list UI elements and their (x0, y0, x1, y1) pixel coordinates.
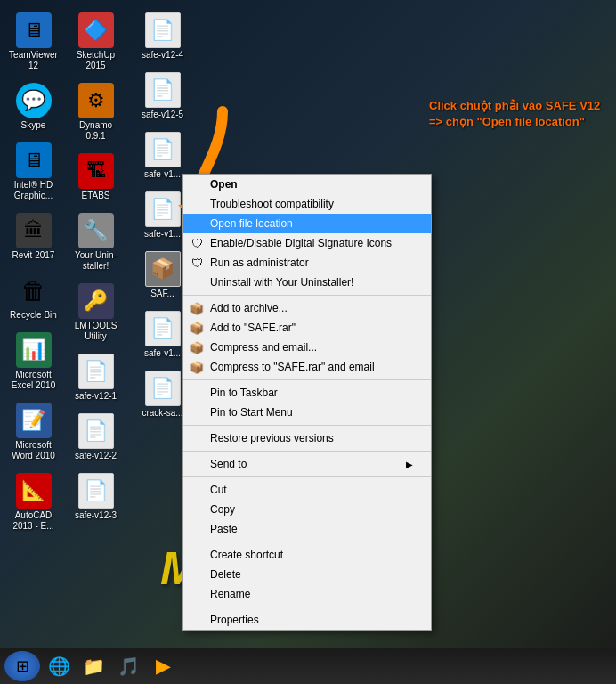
folder-icon: 📁 (83, 656, 105, 677)
separator-7 (183, 607, 431, 607)
safe-v12-3-label: safe-v12-3 (75, 510, 117, 521)
icon-safe-v12-4[interactable]: 📄 safe-v12-4 (134, 9, 191, 64)
menu-item-properties[interactable]: Properties (183, 610, 431, 630)
archive-icon-3: 📦 (189, 339, 205, 355)
safe-saf-icon: 📦 (145, 251, 181, 287)
menu-item-copy[interactable]: Copy (183, 500, 431, 519)
media-icon: 🎵 (118, 656, 140, 677)
menu-item-restore-versions[interactable]: Restore previous versions (183, 428, 431, 448)
taskbar-chrome[interactable]: 🌐 (43, 651, 75, 681)
teamviewer-label: TeamViewer 12 (8, 50, 59, 71)
separator-6 (183, 542, 431, 542)
icon-teamviewer[interactable]: 🖥 TeamViewer 12 (4, 9, 62, 75)
menu-item-open-file-location[interactable]: Open file location (183, 214, 431, 233)
safe-v12-2-label: safe-v12-2 (75, 451, 117, 461)
menu-item-cut[interactable]: Cut (183, 480, 431, 500)
context-menu: Open Troubleshoot compatibility Open fil… (182, 174, 432, 631)
menu-item-add-safe-rar[interactable]: 📦 Add to "SAFE.rar" (183, 318, 431, 338)
intel-label: Intel® HD Graphic... (8, 180, 59, 201)
icon-safe-v12-2[interactable]: 📄 safe-v12-2 (67, 410, 125, 465)
menu-item-rename[interactable]: Rename (183, 584, 431, 604)
menu-item-create-shortcut[interactable]: Create shortcut (183, 545, 431, 565)
menu-item-troubleshoot[interactable]: Troubleshoot compatibility (183, 194, 431, 214)
menu-item-enable-disable[interactable]: 🛡 Enable/Disable Digital Signature Icons (183, 233, 431, 253)
etabs-label: ETABS (81, 191, 109, 201)
dynamo-icon: ⚙ (78, 83, 114, 118)
icon-skype[interactable]: 💬 Skype (4, 79, 62, 134)
autocad-icon: 📐 (16, 473, 52, 509)
separator-2 (183, 379, 431, 380)
icon-lmtools[interactable]: 🔑 LMTOOLS Utility (67, 280, 125, 346)
recycle-icon: 🗑 (16, 273, 52, 308)
menu-item-uninstall[interactable]: Uninstall with Your Uninstaller! (183, 273, 431, 292)
autocad-label: AutoCAD 2013 - E... (8, 510, 59, 532)
icon-safe-v12-1[interactable]: 📄 safe-v12-1 (67, 350, 125, 405)
safe-v12-2-icon: 📄 (78, 413, 114, 449)
safe-v1a-icon: 📄 (145, 132, 181, 167)
safe-v12-5-icon: 📄 (145, 72, 181, 108)
desktop: 🖥 TeamViewer 12 💬 Skype 🖥 Intel® HD Grap… (0, 0, 616, 684)
menu-item-paste[interactable]: Paste (183, 519, 431, 539)
menu-item-open[interactable]: Open (183, 175, 431, 194)
icon-word[interactable]: 📝 Microsoft Word 2010 (4, 399, 62, 465)
menu-item-send-to[interactable]: Send to ▶ (183, 454, 431, 474)
submenu-arrow: ▶ (406, 460, 413, 469)
revit-label: Revit 2017 (12, 250, 55, 261)
taskbar-media[interactable]: 🎵 (112, 651, 144, 681)
skype-icon: 💬 (16, 83, 52, 118)
teamviewer-icon: 🖥 (16, 12, 52, 48)
icon-safe-v12-5[interactable]: 📄 safe-v12-5 (134, 69, 191, 124)
icon-safe-v12-3[interactable]: 📄 safe-v12-3 (67, 469, 125, 525)
dynamo-label: Dynamo 0.9.1 (70, 120, 121, 142)
word-icon: 📝 (16, 403, 52, 438)
uninstaller-icon: 🔧 (78, 213, 114, 248)
icon-uninstaller[interactable]: 🔧 Your Unin-staller! (67, 209, 125, 275)
icon-sketchup[interactable]: 🔷 SketchUp 2015 (67, 9, 125, 75)
menu-item-pin-taskbar[interactable]: Pin to Taskbar (183, 383, 431, 403)
menu-item-pin-start[interactable]: Pin to Start Menu (183, 403, 431, 422)
safe-v12-5-label: safe-v12-5 (142, 110, 183, 120)
safe-v12-1-label: safe-v12-1 (75, 391, 117, 402)
safe-v1c-label: safe-v1... (144, 348, 181, 359)
taskbar-explorer[interactable]: 📁 (77, 651, 109, 681)
safe-saf-label: SAF... (150, 289, 174, 299)
icon-revit[interactable]: 🏛 Revit 2017 (4, 209, 62, 265)
safe-v12-3-icon: 📄 (78, 473, 114, 509)
windows-logo-icon: ⊞ (16, 656, 29, 676)
skype-label: Skype (21, 120, 46, 131)
menu-item-run-admin[interactable]: 🛡 Run as administrator (183, 253, 431, 273)
crack-sa-icon: 📄 (145, 370, 181, 406)
icon-autocad[interactable]: 📐 AutoCAD 2013 - E... (4, 469, 62, 535)
safe-v1a-label: safe-v1... (144, 169, 181, 180)
word-label: Microsoft Word 2010 (8, 440, 59, 461)
menu-item-delete[interactable]: Delete (183, 565, 431, 584)
safe-v12-1-icon: 📄 (78, 354, 114, 389)
archive-icon-1: 📦 (189, 300, 205, 316)
icon-etabs[interactable]: 🏗 ETABS (67, 150, 125, 205)
icon-excel[interactable]: 📊 Microsoft Excel 2010 (4, 329, 62, 395)
archive-icon-2: 📦 (189, 320, 205, 336)
crack-sa-label: crack-sa... (142, 408, 182, 419)
intel-icon: 🖥 (16, 142, 52, 178)
separator-5 (183, 476, 431, 477)
taskbar-player[interactable]: ▶ (147, 651, 179, 681)
separator-1 (183, 295, 431, 296)
start-button[interactable]: ⊞ (4, 651, 40, 681)
excel-icon: 📊 (16, 332, 52, 368)
icon-intel[interactable]: 🖥 Intel® HD Graphic... (4, 139, 62, 205)
menu-item-add-archive[interactable]: 📦 Add to archive... (183, 298, 431, 318)
admin-shield-icon: 🛡 (189, 255, 205, 271)
excel-label: Microsoft Excel 2010 (8, 370, 59, 391)
icon-dynamo[interactable]: ⚙ Dynamo 0.9.1 (67, 79, 125, 145)
menu-item-compress-email[interactable]: 📦 Compress and email... (183, 338, 431, 357)
chrome-icon: 🌐 (48, 656, 70, 677)
shield-icon: 🛡 (189, 235, 205, 251)
menu-item-compress-safe-rar[interactable]: 📦 Compress to "SAFE.rar" and email (183, 357, 431, 377)
sketchup-icon: 🔷 (78, 12, 114, 48)
archive-icon-4: 📦 (189, 359, 205, 375)
safe-v12-4-icon: 📄 (145, 12, 181, 48)
taskbar: ⊞ 🌐 📁 🎵 ▶ (0, 648, 616, 684)
separator-4 (183, 451, 431, 452)
icon-recycle[interactable]: 🗑 Recycle Bin (4, 269, 62, 324)
revit-icon: 🏛 (16, 213, 52, 248)
